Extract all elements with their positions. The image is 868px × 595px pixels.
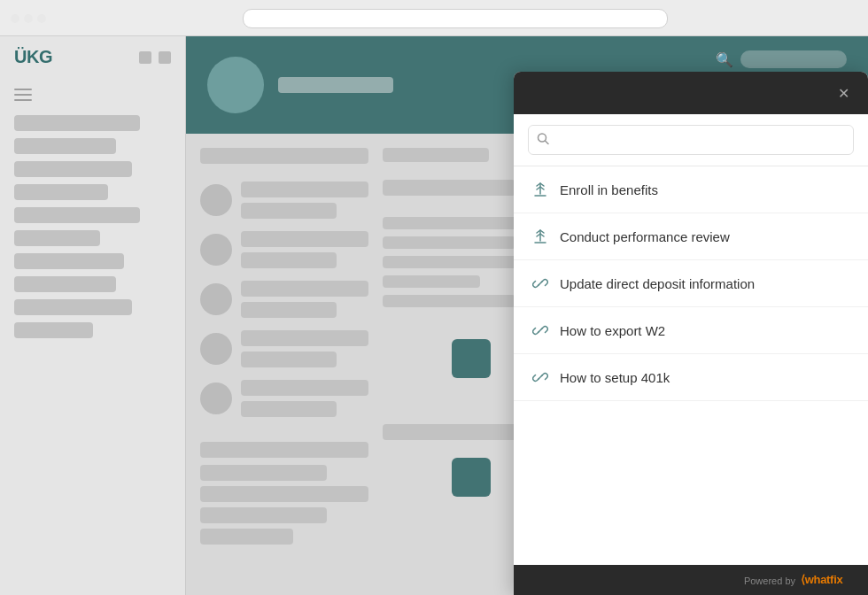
- svg-text:⟨whatfix: ⟨whatfix: [801, 573, 843, 586]
- modal-item-export-w2[interactable]: How to export W2: [514, 307, 868, 354]
- search-input-wrapper: [528, 125, 854, 155]
- modal-close-button[interactable]: ✕: [833, 82, 854, 104]
- link-icon: [531, 321, 549, 339]
- link-icon: [531, 368, 549, 386]
- browser-dots: [11, 14, 46, 23]
- modal-item-label: How to export W2: [560, 323, 665, 338]
- modal-items-list: Enroll in benefits Conduct performance r…: [514, 166, 868, 565]
- modal-item-enroll-benefits[interactable]: Enroll in benefits: [514, 166, 868, 213]
- svg-line-1: [546, 141, 549, 144]
- modal-item-label: How to setup 401k: [560, 370, 670, 385]
- modal-item-label: Update direct deposit information: [560, 276, 755, 291]
- browser-dot-red: [11, 14, 19, 23]
- search-input[interactable]: [528, 125, 854, 155]
- modal-header: ✕: [514, 72, 868, 114]
- browser-dot-green: [37, 14, 46, 23]
- whatfix-modal: ✕: [514, 72, 868, 595]
- whatfix-logo: ⟨whatfix: [801, 572, 854, 589]
- modal-item-direct-deposit[interactable]: Update direct deposit information: [514, 260, 868, 307]
- app-container: ÜKG 🔍: [0, 36, 868, 595]
- guide-icon: [531, 228, 549, 245]
- modal-item-label: Enroll in benefits: [560, 182, 658, 197]
- modal-footer: Powered by ⟨whatfix: [514, 565, 868, 595]
- powered-by-text: Powered by: [744, 576, 795, 586]
- search-icon: [537, 133, 549, 148]
- modal-item-setup-401k[interactable]: How to setup 401k: [514, 354, 868, 401]
- modal-item-label: Conduct performance review: [560, 229, 730, 244]
- modal-item-performance-review[interactable]: Conduct performance review: [514, 213, 868, 260]
- browser-address-bar[interactable]: [243, 9, 668, 28]
- guide-icon: [531, 181, 549, 198]
- modal-search-bar: [514, 114, 868, 166]
- browser-dot-yellow: [24, 14, 33, 23]
- browser-chrome: [0, 0, 868, 36]
- link-icon: [531, 274, 549, 292]
